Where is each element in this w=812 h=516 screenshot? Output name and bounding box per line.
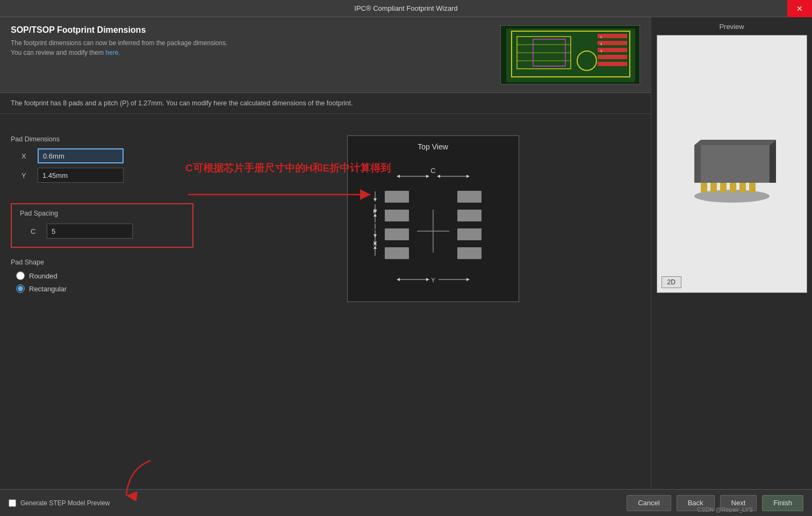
svg-rect-51 <box>730 183 736 192</box>
main-content: SOP/TSOP Footprint Dimensions The footpr… <box>0 17 812 489</box>
diagram-box: Top View C <box>347 135 519 302</box>
2d-button[interactable]: 2D <box>662 276 681 288</box>
svg-text:C: C <box>430 167 435 175</box>
finish-button[interactable]: Finish <box>762 495 803 511</box>
svg-rect-8 <box>598 55 627 59</box>
svg-rect-23 <box>385 210 409 221</box>
title-bar: IPC® Compliant Footprint Wizard ✕ <box>0 0 812 17</box>
y-label: Y <box>21 171 38 180</box>
step-model-checkbox[interactable] <box>9 499 16 507</box>
header-pcb-preview: 1 2 3 <box>500 25 640 84</box>
c-input[interactable] <box>47 224 133 239</box>
rectangular-row: Rectangular <box>11 284 210 293</box>
svg-rect-22 <box>385 191 409 203</box>
info-bar: The footprint has 8 pads and a pitch (P)… <box>0 93 651 114</box>
pad-spacing-box: Pad Spacing C <box>11 203 193 248</box>
svg-rect-52 <box>739 183 746 192</box>
rounded-label[interactable]: Rounded <box>29 272 58 280</box>
svg-rect-48 <box>701 183 707 192</box>
svg-rect-28 <box>457 228 482 240</box>
pad-spacing-label: Pad Spacing <box>20 210 184 217</box>
svg-rect-29 <box>457 247 482 259</box>
preview-label: Preview <box>719 23 744 31</box>
pad-dimensions-label: Pad Dimensions <box>11 135 210 143</box>
watermark: CSDN @Repair_LYS <box>697 506 753 513</box>
svg-marker-58 <box>694 145 701 183</box>
c-field-row: C <box>20 224 184 239</box>
x-input[interactable] <box>38 148 124 163</box>
y-input[interactable] <box>38 168 124 183</box>
cancel-button[interactable]: Cancel <box>627 495 671 511</box>
pcb-background: 1 2 3 <box>501 26 639 84</box>
info-text: The footprint has 8 pads and a pitch (P)… <box>11 99 353 107</box>
svg-marker-56 <box>694 140 776 145</box>
header-title: SOP/TSOP Footprint Dimensions <box>11 25 490 35</box>
c-label: C <box>31 227 47 235</box>
header-text: SOP/TSOP Footprint Dimensions The footpr… <box>11 25 490 58</box>
pad-shape-section: Pad Shape Rounded Rectangular <box>11 259 210 297</box>
svg-rect-27 <box>457 210 482 221</box>
svg-rect-49 <box>710 183 717 192</box>
header-desc1: The footprint dimensions can now be infe… <box>11 39 228 47</box>
svg-rect-57 <box>694 145 770 183</box>
diagram-area: Top View C <box>226 135 640 478</box>
left-panel: SOP/TSOP Footprint Dimensions The footpr… <box>0 17 651 489</box>
x-label: X <box>21 152 38 160</box>
svg-rect-24 <box>385 228 409 240</box>
window-title: IPC® Compliant Footprint Wizard <box>354 4 457 12</box>
close-button[interactable]: ✕ <box>787 0 812 17</box>
bottom-bar: Generate STEP Model Preview Cancel Back … <box>0 489 812 516</box>
svg-rect-26 <box>457 191 482 203</box>
form-left: Pad Dimensions X Y Pad Spacing C <box>11 125 210 478</box>
rounded-radio[interactable] <box>16 271 25 280</box>
svg-text:Y: Y <box>431 277 435 283</box>
svg-rect-9 <box>598 62 627 66</box>
form-area: Pad Dimensions X Y Pad Spacing C <box>0 114 651 489</box>
top-view-label: Top View <box>348 142 519 151</box>
svg-rect-50 <box>720 183 727 192</box>
header-section: SOP/TSOP Footprint Dimensions The footpr… <box>0 17 651 93</box>
svg-marker-54 <box>770 140 776 183</box>
header-desc2: You can review and modify them <box>11 49 104 56</box>
top-view-diagram: C <box>353 155 514 302</box>
svg-rect-53 <box>749 183 756 192</box>
right-panel: Preview <box>651 17 812 489</box>
svg-rect-25 <box>385 247 409 259</box>
rectangular-label[interactable]: Rectangular <box>29 285 67 293</box>
chip-3d-preview <box>678 121 786 207</box>
header-link[interactable]: here. <box>105 49 120 56</box>
x-field-row: X <box>11 148 210 163</box>
header-desc: The footprint dimensions can now be infe… <box>11 38 490 58</box>
rounded-row: Rounded <box>11 271 210 280</box>
preview-box: 2D <box>657 35 807 293</box>
rectangular-radio[interactable] <box>16 284 25 293</box>
y-field-row: Y <box>11 168 210 183</box>
bottom-left: Generate STEP Model Preview <box>9 499 621 507</box>
step-model-label: Generate STEP Model Preview <box>20 499 110 507</box>
annotation-c-text: C可根据芯片手册尺寸中的H和E折中计算得到 <box>185 161 391 175</box>
pad-shape-label: Pad Shape <box>11 259 210 266</box>
